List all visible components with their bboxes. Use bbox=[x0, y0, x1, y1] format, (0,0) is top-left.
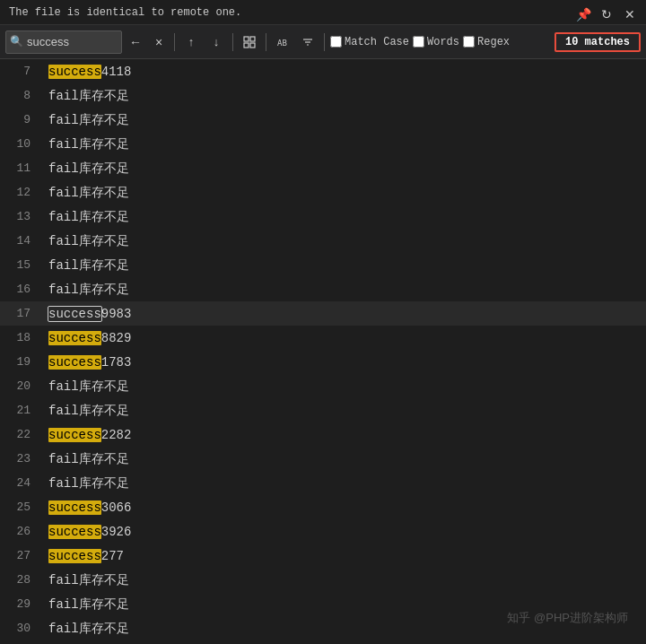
fail-text: fail库存不足 bbox=[48, 476, 129, 491]
table-row: 12fail库存不足 bbox=[0, 180, 646, 205]
svg-text:AB: AB bbox=[277, 39, 287, 48]
line-container: 7success41188fail库存不足9fail库存不足10fail库存不足… bbox=[0, 59, 646, 644]
line-number: 12 bbox=[0, 186, 45, 199]
table-row: 25success3066 bbox=[0, 495, 646, 519]
suffix-text: 3066 bbox=[101, 500, 132, 515]
line-number: 27 bbox=[0, 549, 45, 562]
fail-text: fail库存不足 bbox=[48, 210, 129, 224]
line-content: success277 bbox=[45, 549, 646, 563]
table-row: 22success2282 bbox=[0, 422, 646, 447]
fail-text: fail库存不足 bbox=[48, 161, 129, 176]
highlight-success: success bbox=[48, 549, 101, 563]
line-number: 18 bbox=[0, 331, 45, 344]
regex-label[interactable]: Regex bbox=[463, 36, 510, 48]
fail-text: fail库存不足 bbox=[48, 258, 129, 273]
window-controls: 📌 ↻ ✕ bbox=[574, 5, 639, 23]
line-number: 7 bbox=[0, 65, 45, 78]
regex-text: Regex bbox=[477, 36, 510, 48]
matches-badge: 10 matches bbox=[554, 32, 641, 52]
window-pin-btn[interactable]: 📌 bbox=[574, 5, 592, 23]
fail-text: fail库存不足 bbox=[48, 89, 129, 103]
table-row: 26success3926 bbox=[0, 519, 646, 544]
separator-4 bbox=[324, 33, 325, 51]
search-toolbar: 🔍 ← × ↑ ↓ AB Match Cas bbox=[0, 25, 646, 59]
line-number: 25 bbox=[0, 500, 45, 514]
table-row: 9fail库存不足 bbox=[0, 108, 646, 132]
table-row: 10fail库存不足 bbox=[0, 132, 646, 156]
line-content: fail库存不足 bbox=[45, 257, 646, 274]
line-number: 28 bbox=[0, 573, 45, 587]
watermark: 知乎 @PHP进阶架构师 bbox=[507, 610, 628, 626]
fail-text: fail库存不足 bbox=[48, 452, 129, 466]
filter-btn[interactable] bbox=[297, 31, 319, 53]
line-content: success2282 bbox=[45, 428, 646, 442]
search-input[interactable] bbox=[27, 35, 99, 48]
line-content: success8829 bbox=[45, 331, 646, 345]
table-row: 13fail库存不足 bbox=[0, 205, 646, 229]
match-case-text: Match Case bbox=[345, 36, 409, 48]
line-content: success4118 bbox=[45, 65, 646, 79]
table-row: 16fail库存不足 bbox=[0, 277, 646, 301]
fail-text: fail库存不足 bbox=[48, 573, 129, 587]
words-text: Words bbox=[427, 36, 459, 48]
suffix-text: 3926 bbox=[101, 525, 132, 539]
fail-text: fail库存不足 bbox=[48, 186, 129, 200]
line-number: 8 bbox=[0, 89, 45, 102]
suffix-text: 2282 bbox=[101, 428, 132, 442]
words-label[interactable]: Words bbox=[413, 36, 459, 48]
regex-checkbox[interactable] bbox=[463, 36, 475, 48]
next-match-btn[interactable]: ↓ bbox=[205, 31, 227, 53]
suffix-text: 8829 bbox=[101, 331, 132, 345]
table-row: 27success277 bbox=[0, 544, 646, 568]
line-number: 13 bbox=[0, 210, 45, 223]
table-row: 15fail库存不足 bbox=[0, 253, 646, 277]
fail-text: fail库存不足 bbox=[48, 283, 129, 297]
line-number: 16 bbox=[0, 283, 45, 296]
line-number: 24 bbox=[0, 476, 45, 490]
line-number: 21 bbox=[0, 404, 45, 417]
line-content: fail库存不足 bbox=[45, 379, 646, 395]
words-checkbox[interactable] bbox=[413, 36, 424, 48]
line-number: 30 bbox=[0, 622, 45, 635]
line-number: 9 bbox=[0, 113, 45, 126]
fail-text: fail库存不足 bbox=[48, 379, 129, 394]
svg-rect-1 bbox=[250, 37, 255, 41]
table-row: 31fail库存不足 bbox=[0, 640, 646, 644]
prev-match-btn[interactable]: ↑ bbox=[180, 31, 202, 53]
clear-search-btn[interactable]: ← bbox=[126, 32, 145, 52]
highlight-success: success bbox=[48, 500, 101, 515]
fail-text: fail库存不足 bbox=[48, 137, 129, 152]
highlight-success: success bbox=[48, 355, 101, 370]
close-search-btn[interactable]: × bbox=[149, 32, 169, 52]
match-case-checkbox[interactable] bbox=[330, 36, 342, 48]
svg-rect-3 bbox=[250, 43, 255, 48]
search-input-wrapper[interactable]: 🔍 bbox=[5, 30, 122, 54]
table-row: 24fail库存不足 bbox=[0, 471, 646, 495]
suffix-text: 9983 bbox=[101, 307, 132, 321]
line-content: success9983 bbox=[45, 307, 646, 321]
table-row: 28fail库存不足 bbox=[0, 568, 646, 592]
highlight-success: success bbox=[48, 65, 101, 79]
line-content: fail库存不足 bbox=[45, 572, 646, 588]
table-row: 7success4118 bbox=[0, 59, 646, 83]
window-close-btn[interactable]: ✕ bbox=[621, 5, 639, 23]
line-number: 29 bbox=[0, 597, 45, 611]
table-row: 11fail库存不足 bbox=[0, 156, 646, 180]
line-content: fail库存不足 bbox=[45, 112, 646, 128]
line-number: 14 bbox=[0, 234, 45, 248]
separator-2 bbox=[232, 33, 233, 51]
table-row: 17success9983 bbox=[0, 301, 646, 326]
fail-text: fail库存不足 bbox=[48, 404, 129, 418]
table-row: 19success1783 bbox=[0, 350, 646, 374]
preserve-case-btn[interactable]: AB bbox=[272, 31, 293, 53]
suffix-text: 277 bbox=[101, 549, 124, 563]
table-row: 8fail库存不足 bbox=[0, 83, 646, 108]
match-case-label[interactable]: Match Case bbox=[330, 36, 409, 48]
window-refresh-btn[interactable]: ↻ bbox=[598, 5, 615, 23]
line-content: fail库存不足 bbox=[45, 475, 646, 492]
table-row: 21fail库存不足 bbox=[0, 398, 646, 422]
line-number: 19 bbox=[0, 355, 45, 369]
select-all-btn[interactable] bbox=[239, 31, 260, 53]
line-content: fail库存不足 bbox=[45, 88, 646, 104]
status-bar: The file is identical to remote one. 📌 ↻… bbox=[0, 0, 646, 25]
